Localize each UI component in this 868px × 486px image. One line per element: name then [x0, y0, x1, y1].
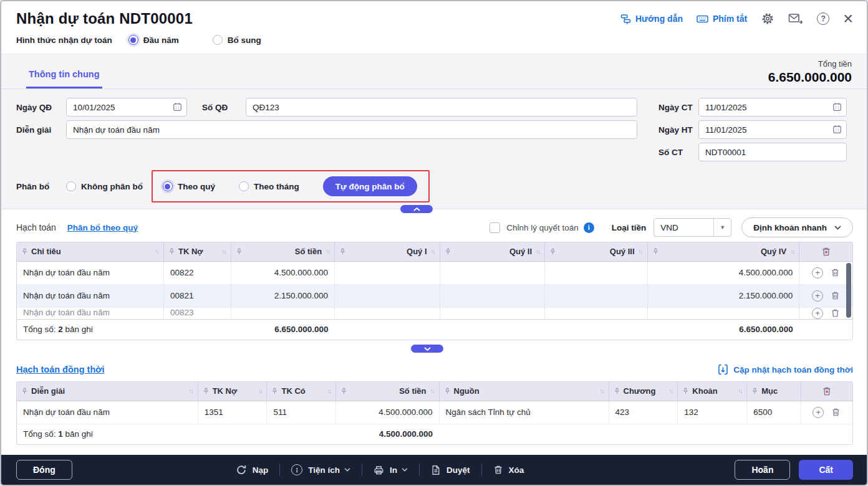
keyboard-icon	[697, 14, 708, 24]
sort-icon[interactable]: ↑↓	[536, 248, 539, 255]
reload-button[interactable]: Nạp	[236, 464, 269, 475]
pin-icon[interactable]	[445, 388, 450, 394]
sort-icon[interactable]: ↑↓	[668, 388, 672, 394]
pin-icon[interactable]	[614, 388, 620, 394]
sort-icon[interactable]: ↑↓	[327, 388, 330, 394]
close-button[interactable]: Đóng	[16, 460, 72, 480]
so-ct-input[interactable]	[698, 143, 847, 161]
tab-band: Thông tin chung Tổng tiền 6.650.000.000	[1, 53, 867, 89]
collapse-up-button[interactable]	[400, 205, 433, 213]
pin-icon[interactable]	[236, 248, 242, 255]
pin-icon[interactable]	[22, 388, 27, 394]
pin-icon[interactable]	[683, 388, 688, 394]
ngay-ht-input[interactable]	[698, 120, 847, 139]
total-quy4: 6.650.000.000	[647, 319, 799, 340]
divider	[419, 464, 420, 476]
shortcut-link[interactable]: Phím tắt	[697, 14, 747, 24]
calendar-icon[interactable]	[832, 102, 842, 113]
signpost-icon	[620, 14, 631, 24]
chinh-ly-checkbox[interactable]	[489, 222, 500, 233]
pin-icon[interactable]	[340, 248, 345, 255]
pin-icon[interactable]	[341, 388, 347, 394]
phan-bo-theo-quy-link[interactable]: Phân bổ theo quý	[67, 223, 138, 232]
radio-circle	[128, 35, 138, 45]
pin-icon[interactable]	[169, 248, 175, 255]
radio-khong-phan-bo[interactable]: Không phân bổ	[66, 181, 143, 191]
quick-entry-button[interactable]: Định khoản nhanh	[741, 217, 853, 237]
add-row-icon[interactable]: +	[813, 407, 824, 418]
sort-icon[interactable]: ↑↓	[222, 248, 226, 255]
printer-icon	[374, 465, 384, 475]
table-row: Nhận dự toán đầu năm 00822 4.500.000.000…	[17, 261, 852, 284]
radio-theo-thang[interactable]: Theo tháng	[239, 181, 299, 191]
sort-icon[interactable]: ↑↓	[790, 248, 794, 255]
mail-send-icon[interactable]	[788, 12, 803, 25]
update-simultaneous-link[interactable]: Cập nhật hạch toán đồng thời	[718, 364, 853, 375]
page-title: Nhận dự toán NDT00001	[16, 10, 193, 27]
pin-icon[interactable]	[550, 248, 556, 255]
more-circle-icon: ⋮	[291, 464, 302, 475]
radio-bo-sung[interactable]: Bổ sung	[213, 35, 261, 45]
form-type-label: Hình thức nhận dự toán	[16, 36, 112, 45]
sort-icon[interactable]: ↑↓	[431, 248, 435, 255]
delete-row-icon[interactable]	[831, 268, 840, 277]
tab-thong-tin-chung[interactable]: Thông tin chung	[26, 69, 102, 88]
sort-icon[interactable]: ↑↓	[600, 388, 604, 394]
currency-select[interactable]: VND ▼	[653, 218, 731, 237]
help-icon[interactable]: ?	[817, 12, 829, 25]
pin-icon[interactable]	[22, 248, 27, 255]
so-qd-input[interactable]	[246, 98, 637, 117]
sort-icon[interactable]: ↑↓	[430, 388, 434, 394]
guide-link[interactable]: Hướng dẫn	[620, 14, 683, 24]
update-download-icon	[718, 364, 728, 375]
table-header-row: Chỉ tiêu↑↓ TK Nợ↑↓ Số tiền↑↓ Quý I↑↓ Quý…	[17, 242, 852, 261]
delete-button[interactable]: Xóa	[493, 465, 524, 475]
radio-theo-quy[interactable]: Theo quý	[163, 181, 215, 191]
calendar-icon[interactable]	[173, 102, 182, 113]
sort-icon[interactable]: ↑↓	[639, 248, 642, 255]
auto-allocate-button[interactable]: Tự động phân bổ	[323, 176, 417, 196]
pin-icon[interactable]	[445, 248, 451, 255]
sort-icon[interactable]: ↑↓	[189, 388, 193, 394]
chevron-up-icon	[413, 207, 420, 211]
table-header-row: Diễn giải↑↓ TK Nợ↑↓ TK Có↑↓ Số tiền↑↓ Ng…	[17, 382, 852, 401]
delete-all-rows-icon[interactable]	[822, 386, 832, 396]
gear-icon[interactable]	[761, 12, 774, 26]
postpone-button[interactable]: Hoãn	[735, 460, 790, 480]
chinh-ly-label: Chỉnh lý quyết toán	[506, 223, 579, 232]
scrollbar-thumb[interactable]	[846, 263, 851, 318]
hach-toan-dong-thoi-link[interactable]: Hạch toán đồng thời	[16, 364, 105, 374]
add-row-icon[interactable]: +	[812, 267, 823, 279]
close-icon[interactable]: ×	[843, 12, 853, 25]
dien-giai-input[interactable]	[66, 120, 637, 139]
loai-tien-label: Loại tiền	[612, 223, 647, 232]
save-button[interactable]: Cất	[799, 460, 853, 480]
pin-icon[interactable]	[203, 388, 209, 394]
expand-down-button[interactable]	[411, 345, 443, 353]
phan-bo-label: Phân bổ	[16, 182, 66, 191]
calendar-icon[interactable]	[832, 125, 842, 136]
ngay-ct-input[interactable]	[698, 98, 847, 117]
sort-icon[interactable]: ↑↓	[738, 388, 741, 394]
trash-icon	[493, 465, 503, 475]
ngay-qd-input[interactable]	[66, 98, 187, 117]
radio-dau-nam[interactable]: Đầu năm	[128, 35, 179, 45]
info-icon[interactable]: i	[584, 222, 594, 233]
pin-icon[interactable]	[653, 248, 658, 255]
so-qd-label: Số QĐ	[202, 103, 246, 112]
utilities-button[interactable]: ⋮ Tiện ích	[291, 464, 350, 475]
pin-icon[interactable]	[752, 388, 758, 394]
approve-button[interactable]: Duyệt	[431, 465, 470, 475]
sort-icon[interactable]: ↑↓	[258, 388, 261, 394]
sort-icon[interactable]: ↑↓	[326, 248, 329, 255]
chevron-down-icon	[424, 347, 431, 351]
add-row-icon[interactable]: +	[812, 290, 823, 302]
delete-row-icon[interactable]	[831, 407, 841, 417]
delete-row-icon[interactable]	[831, 291, 840, 300]
pin-icon[interactable]	[272, 388, 277, 394]
sort-icon[interactable]: ↑↓	[155, 248, 158, 255]
delete-all-rows-icon[interactable]	[821, 247, 831, 257]
print-button[interactable]: In	[374, 465, 408, 475]
total-value: 6.650.000.000	[768, 70, 852, 85]
ngay-ct-label: Ngày CT	[658, 103, 698, 112]
